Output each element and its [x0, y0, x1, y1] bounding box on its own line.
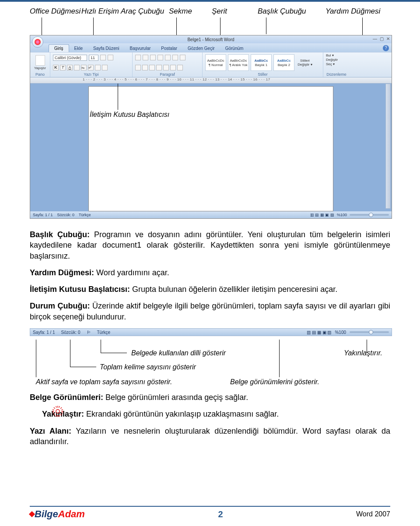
- title-bar: Belge1 - Microsoft Word —▢✕: [30, 35, 392, 43]
- highlight-icon[interactable]: [95, 65, 101, 70]
- style-aralik-yok[interactable]: AaBbCcDc¶ Aralık Yok: [228, 54, 249, 71]
- body-text: Başlık Çubuğu: Programın ve dosyanın adı…: [30, 229, 390, 322]
- list-bullet-icon[interactable]: [135, 55, 141, 60]
- sort-icon[interactable]: [172, 55, 178, 60]
- status-bar: Sayfa: 1 / 1 Sözcük: 0 Türkçe ▥ ▤ ▦ ▣ ▧ …: [30, 211, 392, 218]
- label-tab: Sekme: [169, 7, 212, 16]
- label-help: Yardım Düğmesi: [326, 7, 380, 16]
- underline-icon[interactable]: A: [67, 65, 73, 70]
- term-yardim: Yardım Düğmesi:: [30, 268, 94, 277]
- page-number: 2: [218, 509, 223, 519]
- office-button-icon[interactable]: [32, 36, 43, 48]
- word-window: Belge1 - Microsoft Word —▢✕ Giriş Ekle S…: [30, 35, 392, 219]
- justify-icon[interactable]: [156, 65, 162, 70]
- zoom-slider2[interactable]: [350, 331, 389, 333]
- zoom-slider[interactable]: [350, 214, 389, 216]
- status-lang[interactable]: Türkçe: [79, 213, 91, 217]
- style-baslik1[interactable]: AaBbCcBaşlık 1: [251, 54, 272, 71]
- list-multilevel-icon[interactable]: [150, 55, 156, 60]
- footer-right: Word 2007: [356, 510, 390, 518]
- status-zoom[interactable]: %100: [337, 213, 347, 217]
- group-yazi: Yazı Tipi: [53, 72, 130, 77]
- term-belge-gorunumleri: Belge Görünümleri:: [30, 393, 103, 402]
- status-page[interactable]: Sayfa: 1 / 1: [33, 213, 53, 217]
- shading-icon[interactable]: [170, 65, 176, 70]
- replace-button[interactable]: Değiştir: [326, 58, 338, 62]
- align-center-icon[interactable]: [142, 65, 148, 70]
- status2-zoom[interactable]: %100: [335, 330, 346, 335]
- svg-point-0: [56, 410, 60, 413]
- label-qat: Hızlı Erişim Araç Çubuğu: [81, 7, 169, 16]
- find-button[interactable]: Bul ▾: [326, 53, 334, 57]
- label-ribbon: Şerit: [212, 7, 258, 16]
- tab-gozden-gecir[interactable]: Gözden Geçir: [182, 45, 220, 52]
- tab-postalar[interactable]: Postalar: [156, 45, 182, 52]
- top-annotation-row: Office Düğmesi Hızlı Erişim Araç Çubuğu …: [30, 7, 390, 18]
- font-color-icon[interactable]: [102, 65, 108, 70]
- font-size-select[interactable]: 11: [89, 55, 98, 61]
- italic-icon[interactable]: T: [60, 65, 66, 70]
- term-yazi-alani: Yazı Alanı:: [30, 427, 71, 435]
- help-button-icon[interactable]: ?: [383, 45, 389, 51]
- increase-indent-icon[interactable]: [165, 55, 171, 60]
- decrease-indent-icon[interactable]: [158, 55, 163, 60]
- borders-icon[interactable]: [177, 65, 183, 70]
- body-text-2: Belge Görünümleri: Belge görünümleri ara…: [30, 392, 390, 447]
- list-number-icon[interactable]: [143, 55, 148, 60]
- align-right-icon[interactable]: [149, 65, 155, 70]
- ruler: 1 · · · 2 · · · 3 · · · 4 · · · 5 · · · …: [30, 77, 392, 84]
- callout-page: Aktif sayfa ve toplam sayfa sayısını gös…: [36, 378, 172, 386]
- page-footer: BilgeAdam 2 Word 2007: [30, 506, 390, 520]
- vertical-scrollbar[interactable]: [385, 84, 391, 209]
- view-buttons2-icon[interactable]: ▥ ▤ ▦ ▣ ▧: [307, 330, 331, 335]
- select-button[interactable]: Seç ▾: [326, 62, 335, 66]
- callout-words: Toplam kelime sayısını gösterir: [100, 363, 196, 371]
- status-callouts: Belgede kullanılan dilli gösterir Toplam…: [30, 340, 392, 392]
- align-left-icon[interactable]: [135, 65, 141, 70]
- grow-font-icon[interactable]: [100, 55, 106, 60]
- callout-dialog-launcher: İletişim Kutusu Başlatıcısı: [90, 111, 169, 119]
- maximize-icon[interactable]: ▢: [380, 36, 384, 41]
- tab-sayfa-duzeni[interactable]: Sayfa Düzeni: [88, 45, 124, 52]
- minimize-icon[interactable]: —: [373, 36, 377, 41]
- group-pano: Pano: [33, 72, 47, 77]
- paste-icon[interactable]: [35, 55, 45, 66]
- tab-ekle[interactable]: Ekle: [69, 45, 88, 52]
- status-words[interactable]: Sözcük: 0: [57, 213, 75, 217]
- callout-views: Belge görünümlerini gösterir.: [230, 378, 319, 386]
- term-iletisim: İletişim Kutusu Başlatıcısı:: [30, 285, 130, 294]
- group-duzenleme: Düzenleme: [326, 72, 347, 77]
- annotation-lines: [30, 18, 390, 35]
- title-text: Belge1 - Microsoft Word: [187, 37, 234, 42]
- status2-page[interactable]: Sayfa: 1 / 1: [33, 330, 55, 335]
- style-baslik2[interactable]: AaBbCcBaşlık 2: [273, 54, 294, 71]
- pilcrow-icon[interactable]: [180, 55, 186, 60]
- view-buttons-icon[interactable]: ▥ ▤ ▦ ▣ ▧: [310, 213, 334, 217]
- document-page[interactable]: [88, 86, 333, 211]
- close-icon[interactable]: ✕: [386, 36, 390, 41]
- bold-icon[interactable]: K: [53, 65, 59, 70]
- font-name-select[interactable]: Calibri (Gövde): [53, 55, 87, 61]
- label-titlebar: Başlık Çubuğu: [258, 7, 326, 16]
- status2-lang[interactable]: Türkçe: [97, 330, 111, 335]
- callout-zoom: Yakınlaştırır.: [344, 349, 382, 357]
- term-baslik: Başlık Çubuğu:: [30, 230, 90, 239]
- tab-basvurular[interactable]: Başvurular: [125, 45, 156, 52]
- group-paragraf: Paragraf: [135, 72, 200, 77]
- group-stiller: Stiller: [205, 72, 320, 77]
- line-spacing-icon[interactable]: [163, 65, 169, 70]
- tab-gorunum[interactable]: Görünüm: [220, 45, 249, 52]
- shrink-font-icon[interactable]: [108, 55, 113, 60]
- status2-words[interactable]: Sözcük: 0: [61, 330, 80, 335]
- style-normal[interactable]: AaBbCcDc¶ Normal: [205, 54, 226, 71]
- status-bar-example: Sayfa: 1 / 1 Sözcük: 0 🏳 Türkçe ▥ ▤ ▦ ▣ …: [30, 328, 392, 336]
- label-office: Office Düğmesi: [30, 7, 81, 16]
- subscript-icon[interactable]: x₂: [81, 65, 87, 70]
- strike-icon[interactable]: [74, 65, 80, 70]
- superscript-icon[interactable]: x²: [88, 65, 94, 70]
- change-styles-button[interactable]: Stilleri Değiştir ▾: [296, 59, 314, 67]
- star-bullet-icon: [52, 405, 64, 417]
- document-area: İletişim Kutusu Başlatıcısı: [30, 84, 392, 211]
- term-durum: Durum Çubuğu:: [30, 302, 90, 310]
- tab-giris[interactable]: Giriş: [49, 44, 69, 52]
